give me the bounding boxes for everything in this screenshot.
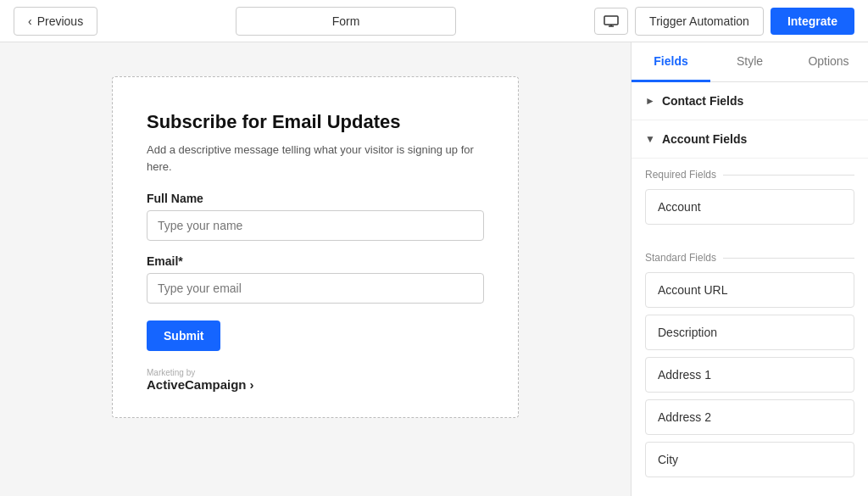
trigger-label: Trigger Automation: [649, 14, 749, 28]
standard-fields-section: Standard Fields Account URL Description …: [632, 242, 868, 494]
panel-tabs: Fields Style Options: [632, 42, 868, 82]
marketing-by-label: Marketing by: [147, 368, 484, 377]
right-panel: Fields Style Options ► Contact Fields ▼ …: [631, 42, 868, 496]
form-subtitle: Add a descriptive message telling what y…: [147, 142, 484, 175]
email-group: Email*: [147, 254, 484, 304]
form-heading: Subscribe for Email Updates: [147, 111, 484, 133]
form-title: Form: [236, 7, 456, 36]
chevron-left-icon: ‹: [28, 14, 32, 28]
previous-button[interactable]: ‹ Previous: [14, 7, 97, 36]
field-item-city[interactable]: City: [645, 442, 854, 477]
field-item-description[interactable]: Description: [645, 315, 854, 350]
full-name-label: Full Name: [147, 192, 484, 205]
form-preview-area: Subscribe for Email Updates Add a descri…: [0, 42, 631, 496]
contact-fields-section[interactable]: ► Contact Fields: [632, 82, 868, 120]
tab-style[interactable]: Style: [710, 42, 789, 82]
contact-fields-label: Contact Fields: [662, 94, 743, 108]
chevron-right-icon: ›: [250, 377, 254, 392]
chevron-down-icon: ▼: [645, 133, 655, 145]
panel-content: ► Contact Fields ▼ Account Fields Requir…: [632, 82, 868, 494]
main-layout: Subscribe for Email Updates Add a descri…: [0, 42, 868, 496]
form-card: Subscribe for Email Updates Add a descri…: [112, 76, 519, 418]
previous-label: Previous: [37, 14, 83, 28]
chevron-right-icon: ►: [645, 95, 655, 107]
full-name-group: Full Name: [147, 192, 484, 241]
topbar-center: Form: [236, 7, 456, 36]
account-fields-section[interactable]: ▼ Account Fields: [632, 120, 868, 159]
topbar-left: ‹ Previous: [14, 7, 97, 36]
svg-rect-0: [604, 16, 618, 25]
required-fields-section: Required Fields Account: [632, 159, 868, 242]
tab-options[interactable]: Options: [789, 42, 868, 82]
marketing-footer: Marketing by ActiveCampaign ›: [147, 368, 484, 392]
monitor-icon: [604, 15, 619, 27]
topbar-right: Trigger Automation Integrate: [594, 7, 854, 36]
required-fields-label: Required Fields: [645, 169, 854, 181]
active-campaign-label: ActiveCampaign ›: [147, 377, 484, 392]
standard-fields-label: Standard Fields: [645, 252, 854, 264]
trigger-automation-button[interactable]: Trigger Automation: [635, 7, 764, 36]
field-item-account-url[interactable]: Account URL: [645, 272, 854, 308]
field-item-address1[interactable]: Address 1: [645, 357, 854, 393]
email-input[interactable]: [147, 273, 484, 304]
integrate-button[interactable]: Integrate: [771, 8, 854, 35]
topbar: ‹ Previous Form Trigger Automation Integ…: [0, 0, 868, 42]
field-item-address2[interactable]: Address 2: [645, 399, 854, 435]
account-fields-label: Account Fields: [662, 132, 747, 146]
preview-icon-button[interactable]: [594, 8, 628, 35]
full-name-input[interactable]: [147, 210, 484, 241]
tab-fields[interactable]: Fields: [632, 42, 710, 82]
submit-button[interactable]: Submit: [147, 320, 220, 351]
email-label: Email*: [147, 254, 484, 268]
field-item-account[interactable]: Account: [645, 189, 854, 225]
integrate-label: Integrate: [787, 14, 837, 28]
